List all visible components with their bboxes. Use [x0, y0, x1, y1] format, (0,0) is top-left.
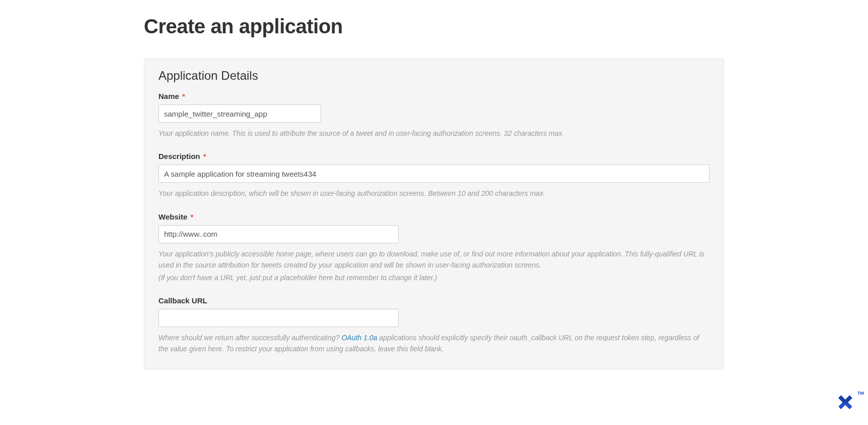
description-input[interactable]	[158, 165, 710, 183]
application-details-panel: Application Details Name * Your applicat…	[144, 58, 724, 369]
website-label-text: Website	[158, 212, 187, 221]
callback-field-group: Callback URL Where should we return afte…	[158, 296, 710, 355]
callback-label-text: Callback URL	[158, 296, 207, 305]
oauth-link[interactable]: OAuth 1.0a	[342, 334, 377, 342]
website-label: Website *	[158, 212, 710, 221]
description-label-text: Description	[158, 152, 200, 161]
name-label: Name *	[158, 92, 710, 100]
required-indicator: *	[182, 92, 185, 100]
description-help-text: Your application description, which will…	[158, 188, 710, 199]
website-input[interactable]	[158, 225, 399, 243]
page-container: Create an application Application Detail…	[144, 0, 724, 369]
callback-help-before: Where should we return after successfull…	[158, 334, 342, 342]
website-help-text-1: Your application's publicly accessible h…	[158, 248, 710, 271]
name-field-group: Name * Your application name. This is us…	[158, 92, 710, 139]
website-help-text-2: (If you don't have a URL yet, just put a…	[158, 272, 710, 283]
name-help-text: Your application name. This is used to a…	[158, 128, 710, 139]
callback-label: Callback URL	[158, 296, 710, 305]
callback-input[interactable]	[158, 309, 399, 327]
page-title: Create an application	[144, 15, 724, 38]
required-indicator: *	[190, 212, 193, 221]
callback-help-text: Where should we return after successfull…	[158, 332, 710, 355]
name-label-text: Name	[158, 92, 179, 100]
description-label: Description *	[158, 152, 710, 161]
section-title: Application Details	[158, 69, 710, 83]
required-indicator: *	[203, 152, 206, 161]
description-field-group: Description * Your application descripti…	[158, 152, 710, 199]
name-input[interactable]	[158, 104, 321, 123]
website-field-group: Website * Your application's publicly ac…	[158, 212, 710, 283]
